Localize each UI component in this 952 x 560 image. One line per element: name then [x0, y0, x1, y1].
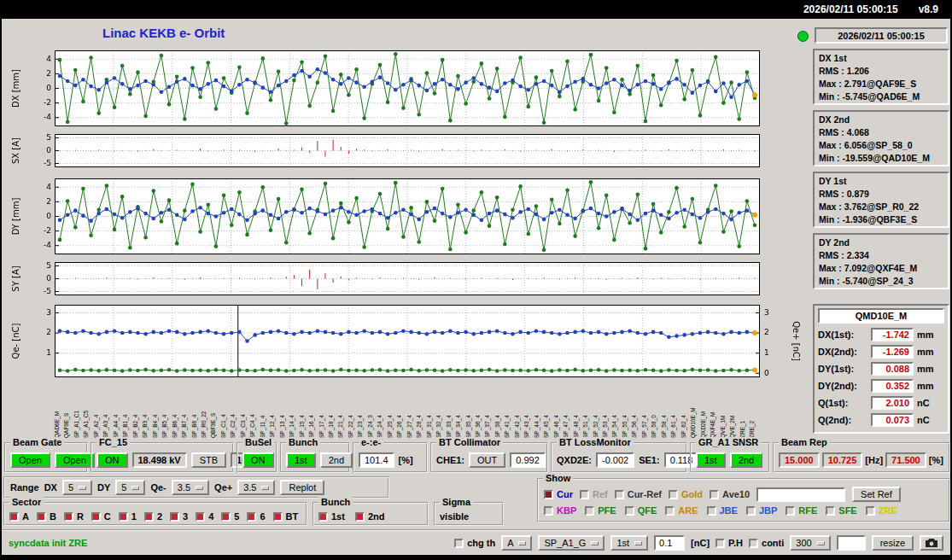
checkbox-cur[interactable]: Cur [544, 489, 573, 499]
monitor-row: DX(2nd):-1.269mm [818, 343, 944, 360]
dropdown-mark-icon [196, 486, 203, 490]
threshold-input[interactable] [654, 535, 685, 551]
snsr-1st-button[interactable]: 1st [696, 452, 726, 468]
ph-checkbox[interactable]: P.H [715, 538, 743, 548]
beam-gate-open1-button[interactable]: Open [10, 452, 50, 468]
bpm-label: QAF9E_S [63, 413, 69, 438]
stats-rms: RMS : 1.206 [819, 65, 943, 78]
bunch-1st-button[interactable]: 1st [286, 452, 316, 468]
checkbox-rfe[interactable]: RFE [786, 505, 817, 516]
checkbox-box[interactable] [786, 506, 795, 516]
range-dx-select[interactable]: 5 [62, 480, 92, 495]
checkbox-box[interactable] [746, 506, 756, 516]
replot-button[interactable]: Replot [280, 480, 324, 495]
checkbox-box[interactable] [544, 506, 553, 516]
checkbox-are[interactable]: ARE [665, 505, 698, 516]
checkbox-box[interactable] [454, 539, 464, 548]
checkbox-box[interactable] [580, 490, 589, 499]
checkbox-box[interactable] [355, 512, 365, 522]
checkbox-jbe[interactable]: JBE [707, 505, 738, 516]
checkbox-box[interactable] [710, 490, 719, 499]
checkbox-box[interactable] [615, 490, 624, 499]
checkbox-4[interactable]: 4 [196, 511, 213, 522]
checkbox-box[interactable] [669, 490, 678, 499]
range-qem-select[interactable]: 3.5 [172, 480, 209, 495]
status-timestamp: 2026/02/11 05:00:15 [815, 27, 948, 44]
checkbox-box[interactable] [826, 506, 835, 516]
checkbox-1[interactable]: 1 [119, 511, 137, 522]
checkbox-sfe[interactable]: SFE [826, 505, 856, 516]
checkbox-zre[interactable]: ZRE [866, 505, 897, 516]
checkbox-b[interactable]: B [37, 511, 56, 522]
checkbox-ref[interactable]: Ref [580, 489, 608, 499]
dropdown-mark-icon [817, 541, 825, 545]
screenshot-button[interactable] [920, 535, 943, 551]
checkbox-box[interactable] [221, 512, 231, 522]
checkbox-box[interactable] [9, 512, 19, 522]
bpm-select[interactable]: SP_A1_G [538, 535, 604, 551]
checkbox-box[interactable] [866, 506, 875, 516]
checkbox-pfe[interactable]: PFE [585, 505, 616, 516]
checkbox-jbp[interactable]: JBP [746, 505, 777, 516]
bpm-label: SP_48_4 [573, 415, 579, 438]
checkbox-box[interactable] [665, 506, 675, 516]
fc15-on-button[interactable]: ON [96, 452, 128, 468]
checkbox-box[interactable] [715, 539, 725, 548]
checkbox-bt[interactable]: BT [273, 511, 299, 522]
checkbox-qfe[interactable]: QFE [625, 505, 657, 516]
checkbox-box[interactable] [144, 512, 154, 522]
bpm-label: SP_45_4 [543, 415, 549, 438]
che1-out-button[interactable]: OUT [469, 452, 505, 468]
checkbox-box[interactable] [544, 490, 553, 499]
checkbox-1st[interactable]: 1st [318, 511, 345, 522]
checkbox-box[interactable] [119, 512, 128, 522]
checkbox-c[interactable]: C [91, 511, 111, 522]
checkbox-a[interactable]: A [9, 511, 29, 522]
checkbox-3[interactable]: 3 [170, 511, 188, 522]
bunch-number-select[interactable]: 1st [610, 535, 648, 551]
checkbox-box[interactable] [91, 512, 101, 522]
checkbox-box[interactable] [625, 506, 634, 516]
conti-checkbox[interactable]: conti [749, 538, 784, 548]
resize-button[interactable]: resize [872, 535, 914, 551]
checkbox-box[interactable] [318, 512, 328, 522]
sector-select[interactable]: A [501, 535, 532, 551]
sigma-visible-checkbox[interactable]: visible [440, 511, 469, 522]
chg-th-checkbox[interactable]: chg th [454, 538, 495, 548]
checkbox-2nd[interactable]: 2nd [355, 511, 385, 522]
group-caption: Bunch [318, 497, 353, 507]
range-dy-select[interactable]: 5 [115, 480, 145, 495]
checkbox-box[interactable] [170, 512, 179, 522]
set-ref-button[interactable]: Set Ref [852, 487, 901, 502]
checkbox-box[interactable] [273, 512, 283, 522]
bpm-label: SP_31_4 [426, 415, 432, 438]
checkbox-box[interactable] [707, 506, 716, 516]
points-select[interactable]: 300 [790, 535, 830, 551]
checkbox-box[interactable] [196, 512, 205, 522]
checkbox-2[interactable]: 2 [144, 511, 162, 522]
checkbox-box[interactable] [749, 539, 758, 548]
beam-gate-open2-button[interactable]: Open [55, 452, 95, 468]
aux-input[interactable] [837, 535, 866, 551]
bpm-label: SP_35_4 [465, 415, 471, 438]
bpm-label: SP_A2_4 [93, 415, 99, 438]
checkbox-box[interactable] [37, 512, 46, 522]
ref-name-input[interactable] [756, 487, 845, 502]
bunch-2nd-button[interactable]: 2nd [320, 452, 353, 468]
checkbox-kbp[interactable]: KBP [544, 505, 576, 516]
checkbox-box[interactable] [585, 506, 594, 516]
checkbox-cur-ref[interactable]: Cur-Ref [615, 489, 662, 499]
checkbox-ave10[interactable]: Ave10 [710, 489, 750, 499]
checkbox-box[interactable] [247, 512, 256, 522]
checkbox-gold[interactable]: Gold [669, 489, 703, 499]
range-qep-select[interactable]: 3.5 [237, 480, 275, 495]
fc15-stb-button[interactable]: STB [191, 452, 226, 468]
checkbox-box[interactable] [64, 512, 73, 522]
busel-on-button[interactable]: ON [242, 452, 274, 468]
snsr-2nd-button[interactable]: 2nd [730, 452, 762, 468]
checkbox-5[interactable]: 5 [221, 511, 239, 522]
checkbox-r[interactable]: R [64, 511, 84, 522]
checkbox-6[interactable]: 6 [247, 511, 265, 522]
checkbox-label: Cur-Ref [628, 489, 662, 499]
monitor-unit: nC [917, 415, 930, 425]
